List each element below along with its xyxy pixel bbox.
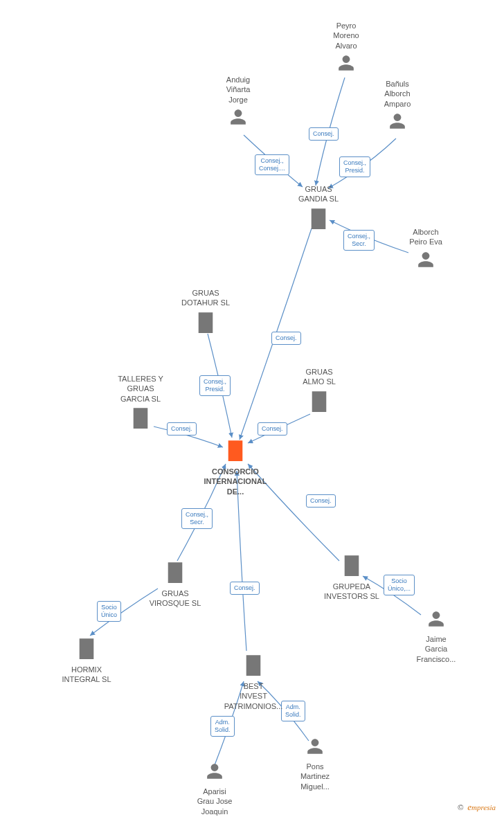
- node-gruas-virosque[interactable]: GRUAS VIROSQUE SL: [144, 561, 206, 609]
- edge-label-virosque-consorcio: Consej., Secr.: [181, 508, 213, 529]
- edge-label-jaime-grupeda: Socio Único,...: [384, 575, 415, 595]
- node-pons[interactable]: Pons Martinez Miguel...: [291, 737, 339, 791]
- edge-label-grupeda-consorcio: Consej.: [306, 494, 336, 508]
- node-best-invest[interactable]: BEST INVEST PATRIMONIOS...: [219, 654, 288, 711]
- node-label: GRUAS GANDIA SL: [291, 184, 346, 204]
- node-gruas-dotahur[interactable]: GRUAS DOTAHUR SL: [174, 288, 237, 336]
- edge-label-virosque-hormix: Socio Único: [97, 601, 121, 622]
- node-label: HORMIX INTEGRAL SL: [55, 665, 118, 685]
- edge-label-dotahur-consorcio: Consej., Presid.: [199, 375, 231, 396]
- node-talleres[interactable]: TALLERES Y GRUAS GARCIA SL: [109, 374, 172, 431]
- node-hormix[interactable]: HORMIX INTEGRAL SL: [55, 637, 118, 685]
- node-label: Anduig Viñarta Jorge: [217, 75, 259, 105]
- node-label: GRUPEDA INVESTORS SL: [317, 582, 386, 602]
- person-icon: [306, 737, 324, 756]
- building-icon: [131, 406, 150, 429]
- node-label: TALLERES Y GRUAS GARCIA SL: [109, 374, 172, 404]
- person-icon: [388, 111, 406, 131]
- node-label: Pons Martinez Miguel...: [291, 762, 339, 791]
- building-icon: [309, 390, 329, 412]
- person-icon: [427, 609, 445, 629]
- node-gruas-gandia[interactable]: GRUAS GANDIA SL: [291, 184, 346, 232]
- brand-name: mpresia: [471, 803, 496, 811]
- building-icon-focus: [226, 439, 245, 461]
- edge-label-anduig-gandia: Consej., Consej....: [255, 154, 289, 175]
- node-label: GRUAS ALMO SL: [295, 367, 343, 387]
- person-icon: [206, 762, 224, 781]
- node-anduig[interactable]: Anduig Viñarta Jorge: [217, 75, 259, 129]
- node-aparisi[interactable]: Aparisi Grau Jose Joaquin: [187, 762, 242, 816]
- node-label: BEST INVEST PATRIMONIOS...: [219, 681, 288, 711]
- building-icon: [309, 207, 328, 229]
- node-label: GRUAS DOTAHUR SL: [174, 288, 237, 308]
- node-label: GRUAS VIROSQUE SL: [144, 589, 206, 609]
- person-icon: [417, 250, 435, 269]
- person-icon: [337, 53, 355, 73]
- node-label: Jaime Garcia Francisco...: [408, 634, 464, 664]
- node-alborch[interactable]: Alborch Peiro Eva: [402, 227, 450, 272]
- node-label: Bañuls Alborch Amparo: [377, 79, 418, 109]
- building-icon: [244, 654, 263, 676]
- edge-label-bestinvest-consorcio: Consej.: [230, 582, 260, 595]
- node-label: Aparisi Grau Jose Joaquin: [187, 787, 242, 816]
- node-banuls[interactable]: Bañuls Alborch Amparo: [377, 79, 418, 134]
- building-icon: [165, 561, 185, 583]
- node-jaime[interactable]: Jaime Garcia Francisco...: [408, 609, 464, 664]
- node-consorcio[interactable]: CONSORCIO INTERNACIONAL DE...: [201, 439, 270, 496]
- node-gruas-almo[interactable]: GRUAS ALMO SL: [295, 367, 343, 415]
- node-grupeda[interactable]: GRUPEDA INVESTORS SL: [317, 554, 386, 602]
- edge-label-banuls-gandia: Consej., Presid.: [339, 156, 370, 177]
- edge-label-gandia-consorcio: Consej.: [271, 332, 301, 345]
- node-peyro[interactable]: Peyro Moreno Alvaro: [325, 21, 367, 75]
- node-label: Peyro Moreno Alvaro: [325, 21, 367, 51]
- node-label: Alborch Peiro Eva: [402, 227, 450, 247]
- node-label: CONSORCIO INTERNACIONAL DE...: [201, 467, 270, 496]
- building-icon: [77, 637, 96, 659]
- person-icon: [229, 107, 247, 127]
- network-diagram: Consej. Consej., Consej.... Consej., Pre…: [0, 0, 504, 817]
- edge-label-peyro-gandia: Consej.: [309, 127, 339, 141]
- building-icon: [342, 554, 361, 576]
- footer-copyright: © empresia: [458, 802, 496, 813]
- edge-label-alborch-gandia: Consej., Secr.: [343, 230, 375, 251]
- copyright-symbol: ©: [458, 803, 463, 811]
- building-icon: [196, 311, 215, 333]
- edge-label-almo-consorcio: Consej.: [258, 422, 287, 436]
- edge-label-aparisi-bestinvest: Adm. Solid.: [210, 716, 235, 737]
